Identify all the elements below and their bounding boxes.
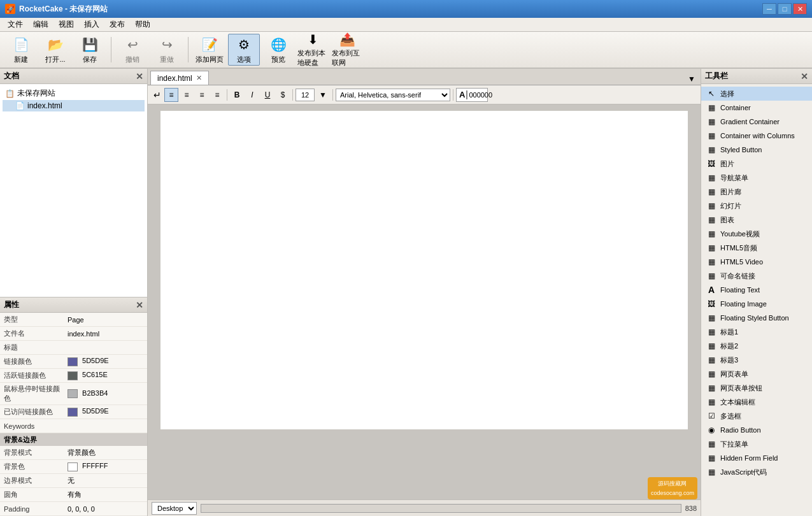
toolbox-item-gradient-container[interactable]: ▦ Gradient Container [701, 115, 812, 129]
toolbox-item-radio-button[interactable]: ◉ Radio Button [701, 423, 812, 437]
toolbox-item-hidden-field[interactable]: ▦ Hidden Form Field [701, 451, 812, 465]
text-field-label: 文本编辑框 [720, 398, 755, 407]
columns-container-icon: ▦ [706, 131, 716, 141]
toolbox-item-youtube[interactable]: ▦ Youtube视频 [701, 227, 812, 241]
text-color-button[interactable]: A 000000 [456, 88, 488, 102]
toolbox-item-floating-image[interactable]: 🖼 Floating Image [701, 297, 812, 311]
maximize-button[interactable]: □ [778, 3, 792, 15]
font-size-input[interactable] [296, 89, 315, 101]
format-btn-italic[interactable]: I [245, 88, 259, 102]
toolbox-item-html5-video[interactable]: ▦ HTML5 Video [701, 255, 812, 269]
toolbox-item-javascript[interactable]: ▦ JavaScript代码 [701, 465, 812, 479]
tab-bar: index.html ✕ ▼ [148, 69, 701, 85]
toolbox-item-nav[interactable]: ▦ 导航菜单 [701, 171, 812, 185]
toolbox-item-container[interactable]: ▦ Container [701, 101, 812, 115]
toolbox-item-chart[interactable]: ▦ 图表 [701, 213, 812, 227]
tree-item-site[interactable]: 📋 未保存网站 [3, 87, 145, 100]
format-btn-align-right[interactable]: ≡ [195, 88, 209, 102]
fmt-sep-4 [453, 89, 453, 101]
toolbox-item-text-field[interactable]: ▦ 文本编辑框 [701, 395, 812, 409]
toolbox-close[interactable]: ✕ [801, 71, 808, 82]
save-button[interactable]: 💾 保存 [74, 34, 106, 66]
redo-label: 重做 [160, 55, 174, 64]
toolbox-item-columns-container[interactable]: ▦ Container with Columns [701, 129, 812, 143]
toolbox-item-gallery[interactable]: ▦ 图片廊 [701, 185, 812, 199]
format-btn-align-justify[interactable]: ≡ [210, 88, 224, 102]
menu-view[interactable]: 视图 [53, 18, 79, 31]
toolbox-item-web-form[interactable]: ▦ 网页表单 [701, 367, 812, 381]
gallery-label: 图片廊 [720, 187, 741, 197]
toolbar-sep-1 [111, 37, 111, 62]
toolbox-item-h1[interactable]: ▦ 标题1 [701, 325, 812, 339]
properties-body: 类型 Page 文件名 index.html 标题 链接颜色 5D5D9E [0, 313, 147, 516]
new-icon: 📄 [12, 36, 30, 54]
html5-video-label: HTML5 Video [720, 258, 763, 266]
format-btn-underline[interactable]: U [260, 88, 274, 102]
prop-padding-label: Padding [0, 504, 64, 514]
toolbox-item-checkbox[interactable]: ☑ 多选框 [701, 409, 812, 423]
publish-local-button[interactable]: ⬇ 发布到本地硬盘 [297, 34, 329, 66]
menu-help[interactable]: 帮助 [130, 18, 155, 31]
prop-border-mode-label: 边界模式 [0, 475, 64, 487]
prop-filename-label: 文件名 [0, 327, 64, 340]
toolbox-item-image[interactable]: 🖼 图片 [701, 157, 812, 171]
toolbox-item-dropdown[interactable]: ▦ 下拉菜单 [701, 437, 812, 451]
fmt-sep-1 [227, 89, 227, 101]
font-size-dropdown[interactable]: ▼ [316, 88, 330, 102]
open-button[interactable]: 📂 打开... [39, 34, 71, 66]
format-btn-indent[interactable]: ↵ [152, 88, 163, 102]
toolbox-item-styled-button[interactable]: ▦ Styled Button [701, 143, 812, 157]
canvas-content[interactable] [160, 111, 688, 429]
options-button[interactable]: ⚙ 选项 [228, 34, 260, 66]
toolbox-item-floating-styled-button[interactable]: ▦ Floating Styled Button [701, 311, 812, 325]
toolbox-item-form-button[interactable]: ▦ 网页表单按钮 [701, 381, 812, 395]
font-family-select[interactable]: Arial, Helvetica, sans-serif [336, 89, 450, 101]
properties-panel-close[interactable]: ✕ [136, 300, 143, 310]
prop-link-color-label: 链接颜色 [0, 355, 64, 368]
format-btn-align-center[interactable]: ≡ [180, 88, 194, 102]
toolbox-item-select[interactable]: ↖ 选择 [701, 87, 812, 101]
prop-title: 标题 [0, 341, 147, 355]
viewport-select[interactable]: Desktop [152, 502, 197, 515]
h2-icon: ▦ [706, 341, 716, 351]
web-form-icon: ▦ [706, 369, 716, 379]
tree-item-index[interactable]: 📄 index.html [3, 100, 145, 111]
horizontal-scrollbar[interactable] [201, 504, 681, 513]
floating-image-label: Floating Image [720, 300, 767, 308]
menu-insert[interactable]: 插入 [79, 18, 104, 31]
javascript-icon: ▦ [706, 467, 716, 477]
tab-index[interactable]: index.html ✕ [150, 71, 209, 85]
options-label: 选项 [237, 55, 251, 64]
active-link-swatch [68, 371, 78, 380]
toolbox-item-named-link[interactable]: ▦ 可命名链接 [701, 269, 812, 283]
window-controls[interactable]: ─ □ ✕ [762, 3, 807, 15]
left-panel: 文档 ✕ 📋 未保存网站 📄 index.html 属性 ✕ 类型 Page [0, 69, 148, 516]
h3-label: 标题3 [720, 355, 738, 365]
tab-dropdown-button[interactable]: ▼ [685, 73, 698, 85]
menu-edit[interactable]: 编辑 [28, 18, 53, 31]
h1-icon: ▦ [706, 327, 716, 337]
format-btn-align-left[interactable]: ≡ [164, 88, 178, 102]
publish-internet-button[interactable]: 📤 发布到互联网 [331, 34, 363, 66]
preview-button[interactable]: 🌐 预览 [262, 34, 294, 66]
toolbox-item-h2[interactable]: ▦ 标题2 [701, 339, 812, 353]
toolbox-item-h3[interactable]: ▦ 标题3 [701, 353, 812, 367]
toolbox-item-slideshow[interactable]: ▦ 幻灯片 [701, 199, 812, 213]
format-btn-bold[interactable]: B [230, 88, 244, 102]
toolbox-item-html5-audio[interactable]: ▦ HTML5音频 [701, 241, 812, 255]
active-link-text: 5C615E [82, 371, 108, 378]
toolbox-item-floating-text[interactable]: A Floating Text [701, 283, 812, 297]
undo-button[interactable]: ↩ 撤销 [117, 34, 148, 66]
canvas-area[interactable] [148, 104, 701, 499]
menu-publish[interactable]: 发布 [104, 18, 130, 31]
tab-close-icon[interactable]: ✕ [196, 74, 202, 82]
close-button[interactable]: ✕ [793, 3, 807, 15]
add-page-button[interactable]: 📝 添加网页 [194, 34, 225, 66]
new-button[interactable]: 📄 新建 [5, 34, 37, 66]
document-panel-close[interactable]: ✕ [136, 71, 143, 82]
prop-link-color: 链接颜色 5D5D9E [0, 355, 147, 369]
menu-file[interactable]: 文件 [3, 18, 28, 31]
redo-button[interactable]: ↪ 重做 [151, 34, 183, 66]
minimize-button[interactable]: ─ [762, 3, 776, 15]
format-btn-dollar[interactable]: $ [276, 88, 290, 102]
